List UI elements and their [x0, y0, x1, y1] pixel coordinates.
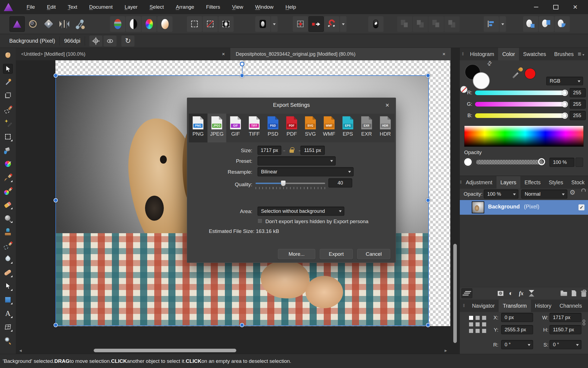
format-tiff[interactable]: TIFFTIFF: [245, 114, 264, 142]
export-width-input[interactable]: 1717 px: [257, 146, 281, 155]
tab-effects[interactable]: Effects: [520, 176, 545, 189]
scroll-left-arrow[interactable]: ◄: [18, 348, 23, 353]
tab-brushes[interactable]: Brushes: [550, 48, 578, 60]
shear-dropdown[interactable]: 0 °: [549, 340, 581, 349]
export-button[interactable]: Export: [320, 249, 353, 259]
tab-styles[interactable]: Styles: [545, 176, 567, 189]
y-input[interactable]: 2555.3 px: [501, 325, 533, 334]
tab-stock[interactable]: Stock: [567, 176, 588, 189]
selection-brush-tool[interactable]: [3, 105, 13, 114]
format-png[interactable]: PNGPNG: [189, 114, 207, 142]
move-to-front-button[interactable]: [397, 16, 412, 32]
menu-file[interactable]: File: [21, 2, 41, 12]
tab-channels[interactable]: Channels: [555, 300, 586, 312]
menu-view[interactable]: View: [226, 2, 249, 12]
rotation-dropdown[interactable]: 0 °: [501, 340, 533, 349]
format-hdr[interactable]: HDRHDR: [376, 114, 395, 142]
export-height-input[interactable]: 1151 px: [300, 146, 325, 155]
resample-dropdown[interactable]: Bilinear: [257, 167, 354, 176]
layer-opacity-dropdown[interactable]: 100 %: [484, 189, 518, 199]
format-wmf[interactable]: WMFWMF: [320, 114, 338, 142]
layer-thumbnail[interactable]: [472, 201, 484, 213]
color-mode-dropdown[interactable]: RGB: [546, 77, 583, 85]
layer-effects-button[interactable]: fx: [517, 288, 526, 299]
select-all-button[interactable]: [187, 16, 202, 32]
black-white-adjustment-button[interactable]: [126, 16, 141, 32]
slider-value[interactable]: 255: [570, 88, 586, 97]
opacity-slider-thumb[interactable]: [538, 158, 545, 165]
liquify-persona-button[interactable]: [25, 16, 40, 32]
collapse-icon[interactable]: ‖: [460, 176, 462, 189]
slider-track[interactable]: [475, 102, 567, 107]
dont-export-hidden-checkbox[interactable]: [257, 219, 262, 223]
move-backward-button[interactable]: [429, 16, 444, 32]
slider-thumb[interactable]: [562, 101, 568, 107]
crop-tool[interactable]: [3, 91, 13, 101]
clone-stamp-tool[interactable]: [3, 227, 13, 237]
rectangle-tool[interactable]: [3, 295, 13, 305]
foreground-color-swatch[interactable]: [473, 72, 490, 89]
delete-layer-button[interactable]: [579, 288, 588, 299]
format-gif[interactable]: GIFGIF: [226, 114, 245, 142]
new-layer-button[interactable]: [570, 288, 578, 299]
move-by-whole-pixels-button[interactable]: [309, 16, 324, 32]
opacity-slider[interactable]: [476, 160, 543, 164]
tab-color[interactable]: Color: [498, 48, 519, 60]
menu-filters[interactable]: Filters: [200, 2, 226, 12]
insert-inside-button[interactable]: [555, 16, 570, 32]
hsl-adjustment-button[interactable]: [142, 16, 157, 32]
menu-window[interactable]: Window: [249, 2, 279, 12]
layer-visibility-checkbox[interactable]: ✓: [578, 204, 584, 210]
format-pdf[interactable]: PDFPDF: [282, 114, 301, 142]
alignment-dropdown-arrow[interactable]: [499, 16, 506, 32]
hide-selection-button[interactable]: [103, 36, 117, 46]
slider-track[interactable]: [475, 91, 567, 95]
menu-text[interactable]: Text: [62, 2, 83, 12]
levels-adjustment-button[interactable]: [110, 16, 125, 32]
mask-layer-button[interactable]: [255, 16, 271, 32]
cancel-button[interactable]: Cancel: [357, 249, 390, 259]
quality-value-input[interactable]: 40: [328, 178, 352, 188]
tone-mapping-persona-button[interactable]: [57, 16, 72, 32]
invert-selection-button[interactable]: [218, 16, 234, 32]
opacity-dropdown-arrow[interactable]: [576, 158, 583, 167]
snapping-dropdown-arrow[interactable]: [340, 16, 347, 32]
collapse-icon[interactable]: ‖: [460, 48, 466, 60]
photo-persona-button[interactable]: [10, 16, 25, 32]
healing-brush-tool[interactable]: [3, 268, 13, 277]
format-exr[interactable]: EXREXR: [357, 114, 376, 142]
preset-dropdown[interactable]: [257, 156, 336, 166]
color-picker-tool[interactable]: [3, 77, 13, 87]
move-to-back-button[interactable]: [444, 16, 460, 32]
slider-value[interactable]: 255: [570, 99, 586, 109]
tab-navigator[interactable]: Navigator: [468, 300, 499, 312]
tab-histogram[interactable]: Histogram: [466, 48, 498, 60]
picked-color-swatch[interactable]: [524, 68, 536, 79]
tab-depositphotos[interactable]: Depositphotos_80293442_original.jpg [Mod…: [230, 48, 451, 60]
menu-arrange[interactable]: Arrange: [170, 2, 200, 12]
gradient-tool[interactable]: [3, 159, 13, 169]
format-jpeg[interactable]: JPEGJPEG: [207, 114, 226, 142]
color-picker-icon[interactable]: [510, 67, 524, 81]
export-persona-button[interactable]: [73, 16, 88, 32]
layer-row-background[interactable]: Background (Pixel) ✓: [460, 200, 588, 215]
dialog-close-icon[interactable]: ×: [383, 101, 391, 109]
snapping-magnet-button[interactable]: [324, 16, 339, 32]
insert-on-top-button[interactable]: [539, 16, 554, 32]
flood-select-tool[interactable]: [3, 118, 13, 128]
more-button[interactable]: More...: [278, 249, 315, 259]
link-dimensions-icon[interactable]: [583, 320, 585, 325]
erase-brush-tool[interactable]: [3, 200, 13, 210]
assistant-button[interactable]: [368, 16, 383, 32]
blur-tool[interactable]: [3, 254, 13, 264]
insert-behind-button[interactable]: [523, 16, 538, 32]
menu-document[interactable]: Document: [83, 2, 119, 12]
h-input[interactable]: 1150.7 px: [549, 325, 581, 334]
paint-brush-tool[interactable]: [3, 173, 13, 182]
slider-value[interactable]: 255: [570, 111, 586, 120]
slider-thumb[interactable]: [562, 90, 568, 96]
tab-swatches[interactable]: Swatches: [519, 48, 550, 60]
zoom-tool[interactable]: [3, 336, 13, 345]
menu-select[interactable]: Select: [143, 2, 170, 12]
develop-persona-button[interactable]: [41, 16, 56, 32]
